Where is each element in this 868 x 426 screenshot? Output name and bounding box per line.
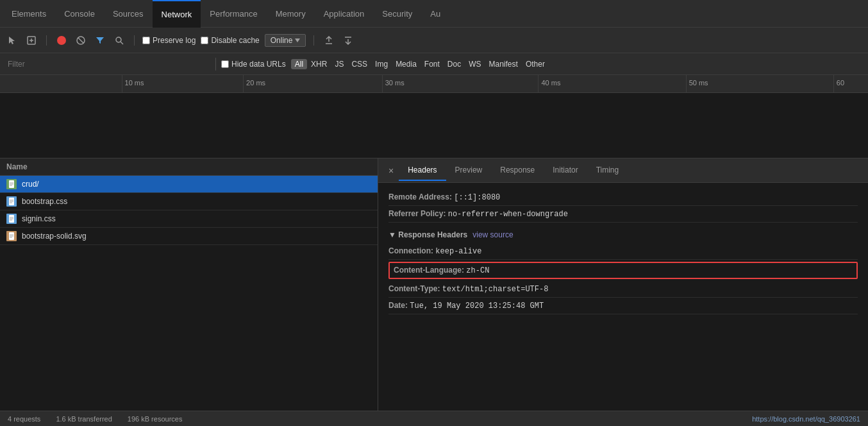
file-items-container: crud/bootstrap.csssignin.cssbootstrap-so… [0,176,378,245]
filter-type-img[interactable]: Img [371,59,392,69]
file-item-name: signin.css [22,214,56,223]
filter-type-all[interactable]: All [291,59,307,69]
preserve-log-label: Preserve log [153,36,196,45]
remote-address-row: Remote Address: [::1]:8080 [388,189,858,206]
filter-type-buttons: AllXHRJSCSSImgMediaFontDocWSManifestOthe… [291,60,549,69]
filter-bar: Hide data URLs AllXHRJSCSSImgMediaFontDo… [0,53,868,75]
filter-type-doc[interactable]: Doc [444,59,465,69]
filter-type-ws[interactable]: WS [465,59,485,69]
tab-memory[interactable]: Memory [267,0,315,28]
tab-application[interactable]: Application [315,0,374,28]
file-item[interactable]: crud/ [0,176,378,193]
status-bar: 4 requests 1.6 kB transferred 196 kB res… [0,411,868,426]
tab-performance-label: Performance [210,9,257,19]
detail-tab-headers[interactable]: Headers [399,160,446,181]
filter-separator [215,58,216,71]
record-indicator [57,36,66,45]
timeline-mark: 10 ms [122,75,144,92]
filter-input[interactable] [5,58,210,70]
status-resources: 196 kB resources [128,415,183,423]
content-language-row: Content-Language: zh-CN [388,262,858,279]
download-icon[interactable] [341,33,355,47]
detail-tab-response[interactable]: Response [491,160,544,181]
file-item-icon [6,214,17,224]
tab-elements-label: Elements [12,9,46,19]
file-list: Name crud/bootstrap.csssignin.cssbootstr… [0,158,378,426]
filter-type-media[interactable]: Media [392,59,421,69]
timeline-mark: 30 ms [382,75,405,92]
tab-sources[interactable]: Sources [104,0,153,28]
record-button[interactable] [54,33,69,47]
detail-panel: × HeadersPreviewResponseInitiatorTiming … [378,158,868,426]
tab-console-label: Console [64,9,95,19]
file-item-name: crud/ [22,180,39,189]
connection-key: Connection: [388,246,433,255]
status-requests: 4 requests [8,415,40,423]
svg-line-4 [78,38,83,43]
filter-type-manifest[interactable]: Manifest [485,59,522,69]
filter-type-other[interactable]: Other [522,59,549,69]
filter-type-css[interactable]: CSS [347,59,371,69]
detail-tab-timing[interactable]: Timing [587,160,628,181]
online-select[interactable]: Online [265,34,306,47]
upload-icon[interactable] [322,33,336,47]
toolbar: Preserve log Disable cache Online [0,28,868,53]
date-value: Tue, 19 May 2020 13:25:48 GMT [410,302,544,311]
filter-type-font[interactable]: Font [421,59,444,69]
connection-value: keep-alive [435,247,481,256]
tab-bar: Elements Console Sources Network Perform… [0,0,868,28]
detail-close-button[interactable]: × [383,163,399,178]
tab-performance[interactable]: Performance [201,0,266,28]
clear-button[interactable] [74,33,88,47]
remote-address-value: [::1]:8080 [454,193,500,202]
preserve-log-checkbox-label[interactable]: Preserve log [142,36,196,45]
timeline-mark: 50 ms [686,75,708,92]
file-list-header-label: Name [6,162,28,171]
tab-au[interactable]: Au [421,0,449,28]
tab-security[interactable]: Security [373,0,421,28]
filter-icon[interactable] [93,33,107,47]
disable-cache-checkbox[interactable] [201,37,208,44]
disable-cache-label: Disable cache [211,36,259,45]
file-item[interactable]: signin.css [0,210,378,228]
connection-row: Connection: keep-alive [388,243,858,260]
file-item-icon [6,196,17,207]
tab-sources-label: Sources [113,9,144,19]
file-item-name: bootstrap.css [22,197,67,206]
file-item[interactable]: bootstrap-solid.svg [0,228,378,245]
view-source-link[interactable]: view source [472,230,513,239]
tab-elements[interactable]: Elements [3,0,55,28]
search-icon[interactable] [112,33,126,47]
timeline-mark: 40 ms [538,75,560,92]
filter-type-js[interactable]: JS [331,59,347,69]
detail-tab-initiator[interactable]: Initiator [544,160,587,181]
content-type-key: Content-Type: [388,284,440,293]
timeline: 10 ms20 ms30 ms40 ms50 ms60 [0,75,868,158]
inspect-icon[interactable] [24,33,38,47]
toolbar-separator-3 [313,35,314,46]
hide-data-urls-checkbox[interactable] [221,60,229,68]
content-type-row: Content-Type: text/html;charset=UTF-8 [388,281,858,298]
detail-tabs: × HeadersPreviewResponseInitiatorTiming [378,158,868,183]
tab-au-label: Au [430,9,440,19]
tab-network[interactable]: Network [153,0,201,28]
toolbar-separator-2 [134,35,135,46]
svg-line-6 [121,42,123,44]
date-row: Date: Tue, 19 May 2020 13:25:48 GMT [388,298,858,314]
cursor-icon[interactable] [5,33,19,47]
hide-data-urls-text: Hide data URLs [231,60,286,69]
toolbar-separator-1 [46,35,47,46]
file-item-icon [6,179,17,189]
disable-cache-checkbox-label[interactable]: Disable cache [201,36,259,45]
file-item[interactable]: bootstrap.css [0,193,378,210]
hide-data-urls-label[interactable]: Hide data URLs [221,60,286,69]
preserve-log-checkbox[interactable] [142,37,150,44]
file-item-icon [6,231,17,241]
detail-tab-preview[interactable]: Preview [446,160,492,181]
headers-content: Remote Address: [::1]:8080 Referrer Poli… [378,183,868,426]
content-language-value: zh-CN [466,266,489,275]
tab-console[interactable]: Console [55,0,104,28]
referrer-policy-value: no-referrer-when-downgrade [448,210,568,219]
content-language-key: Content-Language: [394,266,464,275]
filter-type-xhr[interactable]: XHR [307,59,331,69]
